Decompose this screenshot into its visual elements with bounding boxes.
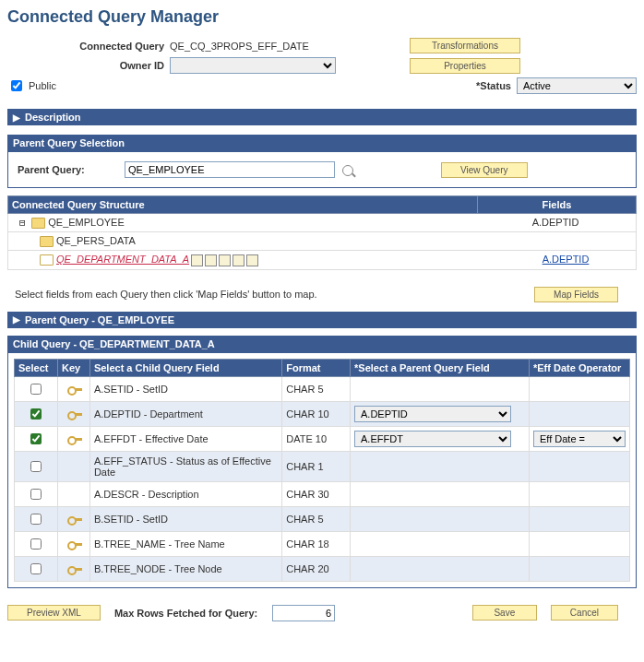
max-rows-label: Max Rows Fetched for Query: — [114, 608, 257, 619]
folder-icon — [40, 236, 54, 247]
search-icon[interactable] — [342, 163, 353, 175]
child-field-cell: A.SETID - SetID — [89, 376, 281, 401]
child-field-cell: A.EFF_STATUS - Status as of Effective Da… — [89, 451, 281, 481]
format-cell: CHAR 10 — [282, 401, 351, 426]
table-row: A.EFF_STATUS - Status as of Effective Da… — [15, 451, 630, 481]
connected-query-label: Connected Query — [7, 41, 164, 52]
key-icon — [67, 514, 80, 524]
row-select-checkbox[interactable] — [30, 489, 42, 500]
parent-query-label: Parent Query: — [18, 164, 119, 175]
table-row: B.SETID - SetIDCHAR 5 — [15, 506, 630, 531]
format-cell: DATE 10 — [282, 426, 351, 451]
child-query-body: Select Key Select a Child Query Field Fo… — [7, 352, 637, 588]
preview-xml-button[interactable]: Preview XML — [7, 605, 101, 621]
key-icon — [67, 384, 80, 394]
format-cell: CHAR 18 — [282, 531, 351, 556]
connected-query-structure-table: Connected Query Structure Fields — [7, 195, 637, 214]
parent-field-select[interactable]: A.EFFDT — [354, 431, 511, 447]
child-query-table: Select Key Select a Child Query Field Fo… — [14, 359, 630, 582]
parent-field-select[interactable]: A.DEPTID — [354, 406, 511, 422]
eff-date-select[interactable]: Eff Date = — [533, 431, 626, 447]
format-cell: CHAR 5 — [282, 506, 351, 531]
toolbar-icon[interactable] — [191, 254, 203, 266]
public-label: Public — [29, 80, 56, 91]
row-select-checkbox[interactable] — [30, 433, 42, 444]
status-label: *Status — [476, 80, 511, 91]
table-row: B.TREE_NODE - Tree NodeCHAR 20 — [15, 556, 630, 581]
row-select-checkbox[interactable] — [30, 384, 42, 395]
child-query-section-header: Child Query - QE_DEPARTMENT_DATA_A — [7, 336, 637, 352]
description-section-header[interactable]: ▶ Description — [7, 109, 637, 125]
parent-query-selection-header: Parent Query Selection — [7, 135, 637, 151]
col-eff-date: *Eff Date Operator — [530, 359, 630, 376]
tree-node-label[interactable]: QE_EMPLOYEE — [48, 217, 125, 228]
table-row: A.SETID - SetIDCHAR 5 — [15, 376, 630, 401]
chevron-right-icon: ▶ — [13, 314, 20, 325]
chevron-right-icon: ▶ — [13, 112, 20, 123]
row-select-checkbox[interactable] — [30, 538, 42, 550]
child-field-cell: A.DESCR - Description — [89, 481, 281, 506]
folder-icon — [40, 254, 54, 266]
col-select: Select — [15, 359, 58, 376]
row-select-checkbox[interactable] — [30, 514, 42, 525]
key-icon — [67, 434, 80, 443]
toolbar-icon[interactable] — [246, 254, 258, 266]
row-select-checkbox[interactable] — [30, 408, 42, 420]
tree-row: QE_DEPARTMENT_DATA_AA.DEPTID — [7, 251, 637, 270]
connected-query-value: QE_CQ_3PROPS_EFF_DATE — [170, 41, 391, 52]
owner-id-label: Owner ID — [7, 60, 164, 71]
format-cell: CHAR 5 — [282, 376, 351, 401]
expand-icon[interactable]: ⊟ — [19, 217, 31, 229]
col-key: Key — [57, 359, 89, 376]
format-cell: CHAR 1 — [282, 451, 351, 481]
child-field-cell: A.DEPTID - Department — [89, 401, 281, 426]
row-select-checkbox[interactable] — [30, 563, 42, 574]
properties-button[interactable]: Properties — [410, 58, 520, 74]
toolbar-icon[interactable] — [233, 254, 244, 266]
tree-node-label[interactable]: QE_DEPARTMENT_DATA_A — [56, 254, 189, 265]
key-icon — [67, 539, 80, 549]
parent-query-section-header[interactable]: ▶ Parent Query - QE_EMPLOYEE — [7, 312, 637, 328]
table-row: A.EFFDT - Effective DateDATE 10A.EFFDTEf… — [15, 426, 630, 451]
tree-row: ⊟ QE_EMPLOYEEA.DEPTID — [7, 214, 637, 232]
format-cell: CHAR 30 — [282, 481, 351, 506]
key-icon — [67, 564, 80, 573]
col-format: Format — [282, 359, 351, 376]
tree-row: QE_PERS_DATA — [7, 232, 637, 251]
child-field-cell: B.TREE_NAME - Tree Name — [89, 531, 281, 556]
child-field-cell: B.TREE_NODE - Tree Node — [89, 556, 281, 581]
save-button[interactable]: Save — [472, 605, 537, 621]
fields-column-header: Fields — [478, 196, 637, 214]
map-fields-hint: Select fields from each Query then click… — [15, 289, 317, 300]
structure-column-header: Connected Query Structure — [8, 196, 478, 214]
toolbar-icon[interactable] — [219, 254, 231, 266]
col-child-field: Select a Child Query Field — [89, 359, 281, 376]
parent-query-selection-body: Parent Query: View Query — [7, 151, 637, 188]
parent-query-input[interactable] — [125, 161, 335, 178]
child-field-cell: A.EFFDT - Effective Date — [89, 426, 281, 451]
status-select[interactable]: Active — [517, 77, 637, 94]
view-query-button[interactable]: View Query — [441, 162, 528, 178]
tree-fields-value[interactable]: A.DEPTID — [543, 254, 590, 265]
table-row: A.DEPTID - DepartmentCHAR 10A.DEPTID — [15, 401, 630, 426]
public-checkbox[interactable] — [11, 80, 22, 91]
table-row: A.DESCR - DescriptionCHAR 30 — [15, 481, 630, 506]
format-cell: CHAR 20 — [282, 556, 351, 581]
folder-icon — [31, 218, 45, 229]
child-field-cell: B.SETID - SetID — [89, 506, 281, 531]
row-select-checkbox[interactable] — [30, 461, 42, 472]
max-rows-input[interactable] — [272, 605, 335, 621]
owner-id-select[interactable] — [170, 57, 336, 74]
tree-fields-value: A.DEPTID — [532, 217, 579, 228]
col-parent-field: *Select a Parent Query Field — [351, 359, 530, 376]
page-title: Connected Query Manager — [7, 7, 637, 27]
toolbar-icon[interactable] — [205, 254, 217, 266]
tree-node-label[interactable]: QE_PERS_DATA — [56, 235, 136, 246]
map-fields-button[interactable]: Map Fields — [534, 287, 618, 302]
table-row: B.TREE_NAME - Tree NameCHAR 18 — [15, 531, 630, 556]
transformations-button[interactable]: Transformations — [410, 38, 520, 53]
cancel-button[interactable]: Cancel — [551, 605, 618, 621]
key-icon — [67, 409, 80, 419]
